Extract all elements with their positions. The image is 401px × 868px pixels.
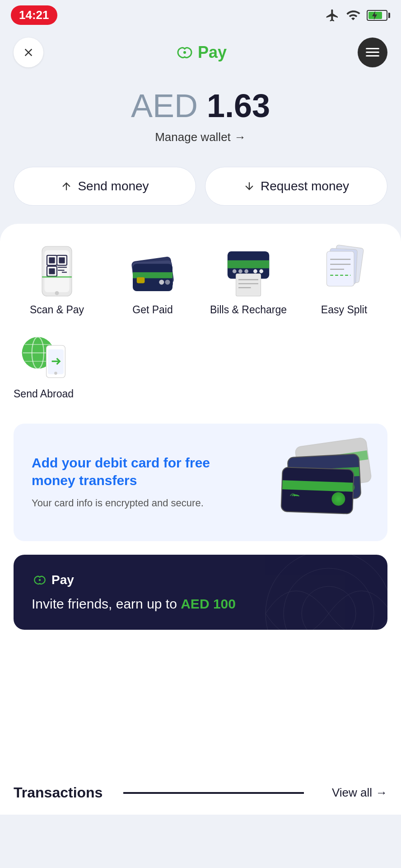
- promo-card[interactable]: Add your debit card for free money trans…: [14, 424, 387, 541]
- send-abroad-label: Send Abroad: [14, 387, 74, 401]
- invite-text-label: Invite friends, earn up to: [32, 596, 181, 611]
- send-abroad-icon: [19, 326, 69, 385]
- manage-wallet-arrow: →: [234, 130, 246, 144]
- manage-wallet-link[interactable]: Manage wallet →: [155, 130, 246, 144]
- transactions-left: Transactions: [14, 784, 304, 801]
- promo-card-image: [279, 442, 369, 523]
- invite-logo-text: Pay: [51, 573, 74, 587]
- svg-point-49: [54, 372, 57, 375]
- easy-split-label: Easy Split: [321, 303, 367, 317]
- transactions-bar: [123, 792, 304, 794]
- svg-rect-2: [366, 52, 379, 53]
- card-front: [280, 467, 354, 514]
- svg-rect-21: [137, 277, 145, 283]
- transactions-section: Transactions View all →: [0, 766, 401, 815]
- svg-point-23: [165, 280, 170, 285]
- airplane-icon: [325, 8, 340, 23]
- invite-banner[interactable]: Pay Invite friends, earn up to AED 100: [14, 555, 387, 630]
- view-all-text: View all: [332, 786, 372, 800]
- get-paid-label: Get Paid: [132, 303, 173, 317]
- view-all-link[interactable]: View all →: [332, 786, 387, 800]
- action-buttons: Send money Request money: [0, 162, 401, 224]
- balance-value: 1.63: [207, 88, 270, 124]
- svg-rect-25: [228, 260, 269, 269]
- bills-icon-container: [224, 246, 273, 296]
- request-money-label: Request money: [261, 179, 349, 193]
- menu-icon: [366, 47, 379, 58]
- logo: Pay: [174, 43, 227, 62]
- logo-text: Pay: [198, 43, 227, 62]
- status-time: 14:21: [11, 5, 57, 25]
- quick-action-bills[interactable]: Bills & Recharge: [205, 246, 292, 317]
- quick-action-send-abroad[interactable]: Send Abroad: [14, 330, 74, 401]
- manage-wallet-text: Manage wallet: [155, 130, 231, 144]
- bills-icon: [224, 241, 273, 301]
- status-bar: 14:21: [0, 0, 401, 30]
- easy-split-icon-container: [319, 246, 369, 296]
- scan-pay-icon-container: [32, 246, 82, 296]
- view-all-arrow: →: [376, 786, 387, 800]
- battery-icon: [367, 10, 390, 21]
- get-paid-icon-container: [128, 246, 177, 296]
- svg-point-29: [253, 269, 257, 274]
- close-button[interactable]: [14, 38, 43, 67]
- logo-icon: [174, 44, 195, 61]
- request-down-arrow-icon: [243, 180, 255, 192]
- balance-section: AED 1.63 Manage wallet →: [0, 75, 401, 162]
- scan-pay-icon: [32, 241, 82, 301]
- quick-action-easy-split[interactable]: Easy Split: [301, 246, 387, 317]
- svg-point-28: [244, 269, 248, 274]
- svg-point-27: [238, 269, 242, 274]
- invite-logo-icon: [32, 574, 48, 586]
- balance-display: AED 1.63: [14, 88, 387, 124]
- svg-rect-7: [49, 257, 55, 263]
- menu-button[interactable]: [358, 38, 387, 67]
- svg-rect-1: [366, 48, 379, 49]
- request-money-button[interactable]: Request money: [205, 167, 387, 206]
- svg-rect-31: [236, 274, 261, 297]
- send-abroad-icon-container: [19, 330, 69, 380]
- header: Pay: [0, 30, 401, 75]
- svg-rect-11: [49, 269, 55, 274]
- transactions-title: Transactions: [14, 784, 103, 801]
- svg-point-54: [39, 579, 41, 581]
- status-icons: [325, 8, 390, 23]
- quick-action-get-paid[interactable]: Get Paid: [109, 246, 196, 317]
- svg-point-30: [259, 269, 263, 274]
- promo-text: Add your debit card for free money trans…: [32, 454, 217, 510]
- easy-split-icon: [319, 241, 369, 301]
- svg-point-53: [302, 586, 356, 630]
- svg-point-52: [284, 568, 374, 630]
- balance-currency: AED: [131, 88, 198, 124]
- get-paid-icon: [128, 241, 177, 301]
- quick-actions-row2: Send Abroad: [14, 330, 387, 401]
- bills-label: Bills & Recharge: [210, 303, 287, 317]
- wifi-icon: [345, 8, 361, 23]
- promo-description: Your card info is encrypted and secure.: [32, 495, 217, 510]
- send-up-arrow-icon: [61, 180, 72, 192]
- quick-actions-grid: Scan & Pay Get Paid: [14, 246, 387, 317]
- quick-action-scan-pay[interactable]: Scan & Pay: [14, 246, 100, 317]
- invite-amount: AED 100: [181, 596, 236, 611]
- svg-rect-9: [59, 257, 65, 263]
- send-money-label: Send money: [78, 179, 149, 193]
- scan-pay-label: Scan & Pay: [30, 303, 84, 317]
- svg-point-16: [55, 291, 59, 295]
- close-icon: [22, 46, 35, 59]
- send-money-button[interactable]: Send money: [14, 167, 196, 206]
- svg-point-22: [159, 280, 164, 285]
- invite-bg-pattern: [261, 555, 387, 630]
- svg-point-26: [233, 269, 237, 274]
- promo-title: Add your debit card for free money trans…: [32, 454, 217, 489]
- svg-rect-15: [42, 276, 72, 278]
- svg-rect-3: [366, 55, 379, 57]
- main-content: Scan & Pay Get Paid: [0, 224, 401, 766]
- svg-point-0: [183, 51, 186, 54]
